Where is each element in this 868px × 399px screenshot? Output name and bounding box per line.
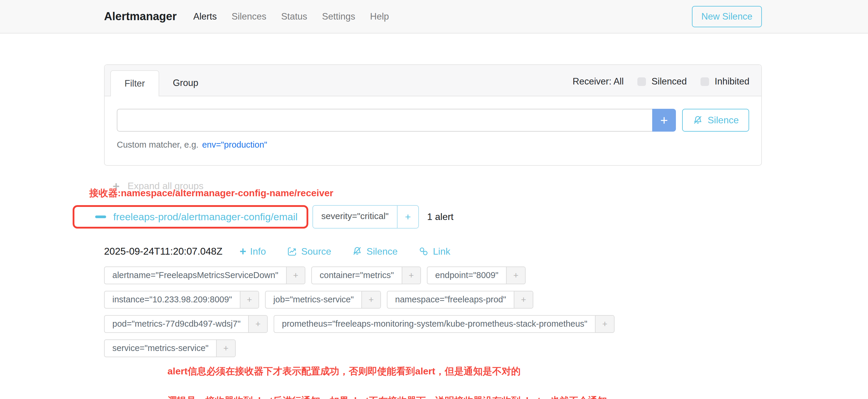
label-tag-add-button[interactable]: + (595, 316, 614, 332)
alert-silence-label: Silence (366, 246, 398, 257)
label-tag-text: service="metrics-service" (105, 340, 216, 357)
top-navbar: Alertmanager Alerts Silences Status Sett… (0, 0, 868, 33)
alert-permalink[interactable]: Link (418, 246, 450, 257)
silenced-checkbox[interactable] (638, 78, 646, 86)
app-brand[interactable]: Alertmanager (104, 10, 177, 23)
annotation-line-1: alert信息必须在接收器下才表示配置成功，否则即使能看到alert，但是通知是… (167, 365, 762, 378)
matcher-input-row: + Silence (117, 109, 749, 132)
nav-links: Alerts Silences Status Settings Help (193, 11, 404, 22)
label-tag-text: container="metrics" (312, 267, 401, 284)
silenced-checkbox-item[interactable]: Silenced (638, 76, 687, 87)
silence-filter-button[interactable]: Silence (682, 109, 749, 132)
label-tag-add-button[interactable]: + (240, 291, 259, 308)
label-tag-alertname: alertname="FreeleapsMetricsServiceDown" … (104, 267, 305, 284)
inhibited-checkbox-label: Inhibited (715, 76, 749, 87)
label-tag-text: instance="10.233.98.209:8009" (105, 291, 240, 308)
matcher-example-link[interactable]: env="production" (202, 140, 268, 149)
add-matcher-button[interactable]: + (652, 109, 676, 132)
label-tag-prometheus: prometheus="freeleaps-monitoring-system/… (274, 315, 615, 333)
label-tag-add-button[interactable]: + (216, 340, 235, 357)
tab-filter[interactable]: Filter (110, 70, 159, 96)
nav-item-settings[interactable]: Settings (322, 11, 355, 22)
label-tag-add-button[interactable]: + (402, 267, 421, 284)
nav-item-alerts[interactable]: Alerts (193, 11, 217, 22)
alert-link-label: Link (433, 246, 450, 257)
inhibited-checkbox-item[interactable]: Inhibited (701, 76, 749, 87)
minus-icon (95, 216, 106, 218)
label-tag-text: endpoint="8009" (428, 267, 506, 284)
label-tag-container: container="metrics" + (311, 267, 421, 284)
label-tag-add-button[interactable]: + (286, 267, 305, 284)
alert-group-row: freeleaps-prod/alertmanager-config/email… (73, 205, 762, 228)
label-tag-text: namespace="freeleaps-prod" (388, 291, 514, 308)
matcher-input[interactable] (117, 109, 652, 132)
group-matcher-tag: severity="critical" + (312, 205, 419, 228)
group-collapse-toggle[interactable]: freeleaps-prod/alertmanager-config/email (83, 211, 298, 223)
silenced-checkbox-label: Silenced (652, 76, 687, 87)
alert-timestamp: 2025-09-24T11:20:07.048Z (104, 246, 222, 257)
filter-card-header: Filter Group Receiver: All Silenced Inhi… (105, 65, 761, 96)
inhibited-checkbox[interactable] (701, 78, 709, 86)
matcher-hint-text: Custom matcher, e.g. (117, 140, 198, 149)
label-tag-add-button[interactable]: + (514, 291, 533, 308)
label-tag-pod: pod="metrics-77d9cdb497-wdsj7" + (104, 315, 268, 333)
label-tag-namespace: namespace="freeleaps-prod" + (387, 291, 533, 309)
nav-item-status[interactable]: Status (281, 11, 307, 22)
bell-slash-icon (352, 246, 363, 257)
group-matcher-add-button[interactable]: + (397, 206, 418, 228)
main-content: Filter Group Receiver: All Silenced Inhi… (0, 33, 868, 399)
alert-source-link[interactable]: Source (287, 246, 331, 257)
alert-silence-button[interactable]: Silence (352, 246, 398, 257)
alert-labels-list: alertname="FreeleapsMetricsServiceDown" … (104, 267, 667, 357)
label-tag-add-button[interactable]: + (361, 291, 380, 308)
annotation-receiver-text: 接收器:namespace/altermanager-config-name/r… (89, 187, 762, 200)
label-tag-endpoint: endpoint="8009" + (427, 267, 526, 284)
link-icon (418, 246, 429, 257)
label-tag-text: job="metrics-service" (266, 291, 361, 308)
alert-info-button[interactable]: + Info (240, 246, 266, 257)
label-tag-service: service="metrics-service" + (104, 339, 236, 357)
receiver-selector[interactable]: Receiver: All (573, 76, 624, 87)
group-alert-count: 1 alert (427, 211, 454, 222)
label-tag-text: pod="metrics-77d9cdb497-wdsj7" (105, 316, 248, 332)
chart-icon (287, 246, 297, 257)
filter-card: Filter Group Receiver: All Silenced Inhi… (104, 64, 762, 166)
alert-source-label: Source (301, 246, 331, 257)
matcher-hint: Custom matcher, e.g.env="production" (117, 140, 749, 150)
annotation-line-2: 逻辑是：接收器收到alert后进行通知，如果alert不在接收器下，说明接收器没… (167, 395, 762, 399)
label-tag-text: alertname="FreeleapsMetricsServiceDown" (105, 267, 286, 284)
nav-item-silences[interactable]: Silences (231, 11, 266, 22)
plus-icon: + (240, 247, 246, 256)
group-matcher-label: severity="critical" (313, 206, 397, 228)
label-tag-instance: instance="10.233.98.209:8009" + (104, 291, 259, 309)
new-silence-button[interactable]: New Silence (692, 6, 762, 27)
tab-group[interactable]: Group (159, 70, 212, 96)
label-tag-text: prometheus="freeleaps-monitoring-system/… (274, 316, 595, 332)
silence-filter-label: Silence (708, 115, 739, 126)
alert-info-label: Info (250, 246, 266, 257)
annotation-red-box: freeleaps-prod/alertmanager-config/email (73, 205, 308, 228)
filter-card-body: + Silence Custom matcher, e.g.env="produ… (105, 96, 761, 165)
alert-header-row: 2025-09-24T11:20:07.048Z + Info Source S… (104, 246, 762, 257)
label-tag-add-button[interactable]: + (506, 267, 525, 284)
filter-header-controls: Receiver: All Silenced Inhibited (573, 76, 749, 96)
group-receiver-name: freeleaps-prod/alertmanager-config/email (113, 211, 298, 223)
label-tag-job: job="metrics-service" + (265, 291, 381, 309)
bell-slash-icon (692, 115, 703, 126)
nav-item-help[interactable]: Help (370, 11, 389, 22)
label-tag-add-button[interactable]: + (248, 316, 267, 332)
